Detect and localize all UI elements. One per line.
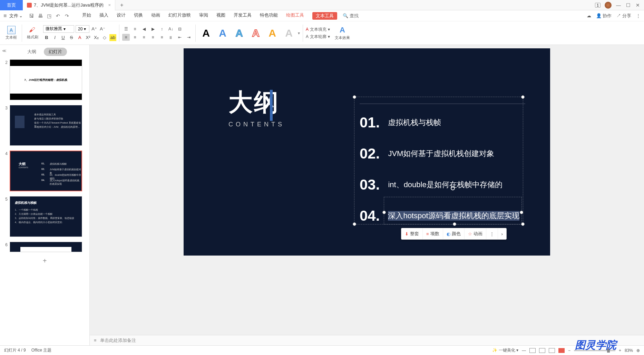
handle-mr[interactable] [520,211,523,214]
share-button[interactable]: ↗ 分享 [616,13,631,19]
thumbnail-2[interactable]: 2 7、JVM运行程序的秘密：虚拟机栈 [3,59,87,100]
rotate-handle[interactable] [451,186,455,190]
search-box[interactable]: 🔍 查找 [343,13,359,19]
redo-icon[interactable]: ↷ [65,13,70,19]
strike-button[interactable]: S [68,34,75,41]
ctx-anim-button[interactable]: ☆动画 [465,228,486,239]
align-text-button[interactable]: ⊟ [176,26,184,32]
bullets-button[interactable]: ☰ [122,26,130,32]
ctx-full-button[interactable]: ⬇整套 [401,228,423,239]
indent-left-button[interactable]: ⇤ [176,34,184,41]
maximize-button[interactable]: ☐ [625,2,631,8]
increase-font-icon[interactable]: A⁺ [91,26,98,32]
columns-button[interactable]: ⫼ [167,34,175,41]
text-direction-button[interactable]: A↓ [167,26,175,32]
preview-icon[interactable]: ◳ [47,13,52,19]
tab-transition[interactable]: 切换 [134,12,143,20]
handle-bl[interactable] [353,222,356,226]
window-badge[interactable]: 1 [595,3,601,8]
user-avatar[interactable] [605,2,612,9]
tab-insert[interactable]: 插入 [99,12,108,20]
wordart-style-6[interactable]: A [281,26,296,41]
highlight-button[interactable]: ab [109,34,116,41]
tab-dev[interactable]: 开发工具 [234,12,252,20]
notes-bar[interactable]: ≡ 单击此处添加备注 [90,335,644,345]
align-right-button[interactable]: ≡ [140,34,148,41]
handle-bm[interactable] [453,222,456,226]
tab-slideshow[interactable]: 幻灯片放映 [168,12,191,20]
justify-button[interactable]: ≡ [149,34,157,41]
close-button[interactable]: ✕ [635,2,641,8]
tab-text-tool[interactable]: 文本工具 [312,12,337,20]
notes-toggle[interactable]: — [522,348,526,353]
sorter-view-button[interactable] [539,348,545,353]
zoom-in-button[interactable]: + [619,348,621,353]
wordart-style-2[interactable]: A [215,26,230,41]
wordart-more-icon[interactable]: ▾ [298,31,300,36]
wordart-style-5[interactable]: A [265,26,280,41]
text-outline-button[interactable]: A 文本轮廓 ▾ [306,34,330,40]
undo-icon[interactable]: ↶ [56,13,61,19]
zoom-level[interactable]: 83% [625,348,633,353]
text-effects-button[interactable]: A 文本效果 [333,26,352,40]
save-icon[interactable]: 🖫 [29,13,35,19]
textbox-group[interactable]: A 文本框 [3,26,19,40]
text-fill-button[interactable]: A 文本填充 ▾ [306,27,330,32]
handle-tr[interactable] [521,95,525,99]
tab-special[interactable]: 特色功能 [260,12,278,20]
more-icon[interactable]: ⋮ [636,13,641,18]
wordart-style-4[interactable]: A [248,26,263,41]
slideshow-view-button[interactable] [558,348,565,353]
home-tab[interactable]: 首页 [0,0,23,10]
align-left-button[interactable]: ≡ [122,34,130,41]
thumbnail-3[interactable]: 3 基本信息和技能工具 参与项目人数技术研发经验 曾在一个月内开Tencent … [3,105,87,146]
font-size-combo[interactable]: 20▾ [76,25,89,33]
wordart-style-1[interactable]: A [198,26,214,41]
align-center-button[interactable]: ≡ [131,34,139,41]
indent-right-button[interactable]: ⇥ [185,34,193,41]
add-slide-button[interactable]: + [3,257,87,265]
format-painter-group[interactable]: 🖌 格式刷 [25,26,40,40]
thumbnail-5[interactable]: 5 虚拟机栈与栈帧 1、一个栈帧一个线程 2、方法调用一次就会创建一个栈帧 3、… [3,196,87,237]
tab-start[interactable]: 开始 [82,12,91,20]
hamburger-icon[interactable]: ≡ [3,13,7,19]
cloud-icon[interactable]: ☁ [587,13,591,18]
tab-drawing[interactable]: 绘图工具 [286,12,304,20]
collab-button[interactable]: 👤 协作 [596,13,612,19]
increase-indent-button[interactable]: ▶ [149,26,157,32]
normal-view-button[interactable] [529,348,536,353]
add-tab-button[interactable]: + [115,2,128,8]
font-color-button[interactable]: A [76,34,83,41]
clear-format-button[interactable]: ◇ [101,34,108,41]
file-menu[interactable]: 文件 ⌄ [9,13,23,19]
ctx-next-button[interactable]: › [498,228,506,239]
zoom-out-button[interactable]: − [568,348,570,353]
handle-tl[interactable] [353,95,356,99]
bold-button[interactable]: B [43,34,50,41]
ctx-more-button[interactable]: ⋮ [486,228,498,239]
ctx-items-button[interactable]: ≡项数 [423,228,443,239]
thumbnail-4[interactable]: 4 大纲 CONTENTS 01. 虚拟机栈与栈帧 02. JVM如何基于虚拟机… [3,151,87,191]
thumbnail-6[interactable]: 6 [3,242,87,252]
subscript-button[interactable]: X₂ [93,34,100,41]
file-tab[interactable]: 7、JVM是如何基...运行Java程序的 × [23,0,115,10]
italic-button[interactable]: I [51,34,58,41]
tab-design[interactable]: 设计 [117,12,126,20]
beautify-button[interactable]: ✨ 一键美化 ▾ [492,347,518,353]
superscript-button[interactable]: X² [85,34,91,41]
tab-animation[interactable]: 动画 [151,12,160,20]
collapse-panel-icon[interactable]: ≪ [2,48,7,53]
fit-button[interactable]: ⊕ [636,348,640,353]
slide[interactable]: 大纲 CONTENTS 01. 虚拟机栈与栈帧 02. JVM如何基于虚拟机栈创… [184,48,550,256]
font-name-combo[interactable]: 微软雅黑▾ [43,25,74,33]
close-tab-icon[interactable]: × [108,2,111,8]
handle-ml[interactable] [382,211,386,214]
outline-tab[interactable]: 大纲 [22,48,41,56]
ctx-color-button[interactable]: ◐颜色 [443,228,465,239]
slides-tab[interactable]: 幻灯片 [44,48,67,56]
line-spacing-button[interactable]: ↕ [158,26,166,32]
reading-view-button[interactable] [549,348,555,353]
numbering-button[interactable]: ≡ [131,26,139,32]
print-icon[interactable]: 🖶 [38,13,43,19]
decrease-font-icon[interactable]: A⁻ [99,26,106,32]
